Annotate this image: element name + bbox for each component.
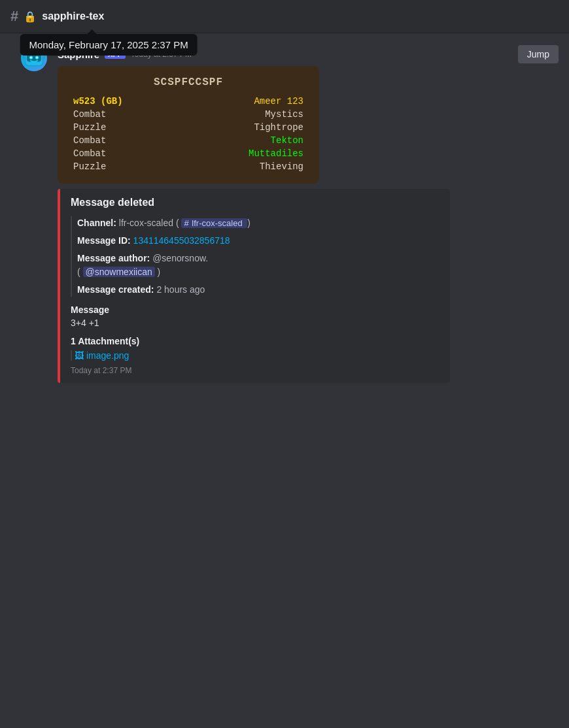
channel-label: Channel: bbox=[77, 218, 116, 228]
author-paren-close: ) bbox=[158, 267, 161, 277]
channel-mention-hash-icon: # bbox=[184, 218, 188, 228]
author-paren-open: ( bbox=[77, 267, 80, 277]
game-row-3-left: Puzzle bbox=[73, 122, 106, 133]
message-id-link[interactable]: 1341146455032856718 bbox=[133, 235, 230, 246]
embed-footer-time: Today at 2:37 PM bbox=[71, 366, 440, 375]
game-row-5: Combat Muttadiles bbox=[73, 147, 303, 160]
game-embed: SCSPFCCSPF w523 (GB) Ameer 123 Combat My… bbox=[58, 66, 319, 184]
game-row-2-right: Mystics bbox=[265, 109, 303, 120]
game-row-1: w523 (GB) Ameer 123 bbox=[73, 95, 303, 108]
game-row-1-left: w523 (GB) bbox=[73, 96, 123, 107]
channel-mention-text: lfr-cox-scaled bbox=[192, 218, 242, 228]
timestamp-tooltip: Monday, February 17, 2025 2:37 PM bbox=[20, 34, 197, 56]
deleted-message-text: 3+4 +1 bbox=[71, 318, 440, 328]
game-row-5-left: Combat bbox=[73, 148, 106, 159]
game-row-5-right: Muttadiles bbox=[249, 148, 303, 159]
channel-text: lfr-cox-scaled ( bbox=[119, 218, 179, 228]
deleted-embed-title: Message deleted bbox=[71, 197, 440, 208]
created-field: Message created: 2 hours ago bbox=[77, 283, 440, 297]
game-row-3-right: Tightrope bbox=[254, 122, 303, 133]
game-row-3: Puzzle Tightrope bbox=[73, 121, 303, 134]
game-row-2: Combat Mystics bbox=[73, 108, 303, 121]
deleted-fields: Channel: lfr-cox-scaled ( # lfr-cox-scal… bbox=[71, 216, 440, 297]
message-id-label: Message ID: bbox=[77, 235, 131, 246]
game-row-4-right: Tekton bbox=[271, 135, 303, 146]
game-row-4: Combat Tekton bbox=[73, 134, 303, 147]
created-label: Message created: bbox=[77, 284, 154, 295]
svg-point-5 bbox=[30, 57, 32, 59]
game-row-2-left: Combat bbox=[73, 109, 106, 120]
deleted-embed: Message deleted Channel: lfr-cox-scaled … bbox=[58, 189, 450, 383]
attachment-link[interactable]: 🖼 image.png bbox=[71, 350, 440, 361]
messages-area: Sapphire APP Today at 2:37 PM Jump SCSPF… bbox=[0, 33, 569, 395]
game-image: SCSPFCCSPF w523 (GB) Ameer 123 Combat My… bbox=[58, 66, 319, 184]
message-section-label: Message bbox=[71, 305, 440, 315]
message-id-field: Message ID: 1341146455032856718 bbox=[77, 234, 440, 248]
game-row-4-left: Combat bbox=[73, 135, 106, 146]
channel-name-container: sapphire-tex Monday, February 17, 2025 2… bbox=[42, 10, 104, 22]
game-row-6-right: Thieving bbox=[260, 161, 303, 172]
attachment-filename: image.png bbox=[86, 350, 129, 361]
game-row-1-right: Ameer 123 bbox=[254, 96, 303, 107]
channel-header: # 🔒 sapphire-tex Monday, February 17, 20… bbox=[0, 0, 569, 33]
game-row-6-left: Puzzle bbox=[73, 161, 106, 172]
created-text: 2 hours ago bbox=[156, 284, 205, 295]
channel-hash-icon: # bbox=[10, 8, 18, 25]
channel-name: sapphire-tex bbox=[42, 10, 104, 22]
jump-button[interactable]: Jump bbox=[518, 45, 559, 63]
channel-field: Channel: lfr-cox-scaled ( # lfr-cox-scal… bbox=[77, 216, 440, 230]
svg-point-6 bbox=[36, 57, 38, 59]
game-row-6: Puzzle Thieving bbox=[73, 160, 303, 173]
channel-mention[interactable]: # lfr-cox-scaled bbox=[181, 218, 247, 228]
attachments-label: 1 Attachment(s) bbox=[71, 336, 440, 346]
message-group: Sapphire APP Today at 2:37 PM Jump SCSPF… bbox=[10, 44, 569, 384]
author-text: @senorsnow. bbox=[152, 253, 208, 263]
attachment-icon: 🖼 bbox=[75, 350, 84, 361]
lock-icon: 🔒 bbox=[24, 10, 37, 23]
author-field: Message author: @senorsnow. ( @snowmexii… bbox=[77, 252, 440, 279]
author-label: Message author: bbox=[77, 253, 150, 263]
user-mention[interactable]: @snowmexiican bbox=[83, 267, 155, 277]
game-title: SCSPFCCSPF bbox=[73, 76, 303, 88]
message-content-wrapper: Sapphire APP Today at 2:37 PM Jump SCSPF… bbox=[58, 45, 559, 383]
channel-close-paren: ) bbox=[247, 218, 250, 228]
